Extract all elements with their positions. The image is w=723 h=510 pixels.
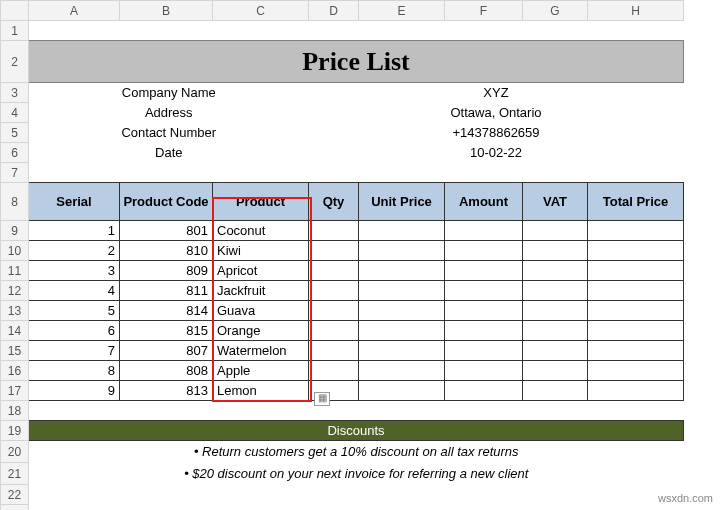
- row-10[interactable]: 10: [1, 241, 29, 261]
- cell-unit[interactable]: [359, 321, 445, 341]
- row-18[interactable]: 18: [1, 401, 29, 421]
- cell-vat[interactable]: [523, 261, 588, 281]
- cell-total[interactable]: [588, 321, 684, 341]
- row-23[interactable]: 23: [1, 505, 29, 511]
- hdr-code[interactable]: Product Code: [120, 183, 213, 221]
- cell-serial[interactable]: 8: [29, 361, 120, 381]
- cell-code[interactable]: 809: [120, 261, 213, 281]
- discounts-header[interactable]: Discounts: [29, 421, 684, 441]
- row-8[interactable]: 8: [1, 183, 29, 221]
- cell-amount[interactable]: [445, 261, 523, 281]
- cell-product[interactable]: Watermelon: [213, 341, 309, 361]
- cell-product[interactable]: Apricot: [213, 261, 309, 281]
- row-5[interactable]: 5: [1, 123, 29, 143]
- cell-total[interactable]: [588, 281, 684, 301]
- row-11[interactable]: 11: [1, 261, 29, 281]
- title-cell[interactable]: Price List: [29, 41, 684, 83]
- cell-total[interactable]: [588, 241, 684, 261]
- cell-qty[interactable]: [309, 301, 359, 321]
- cell-total[interactable]: [588, 361, 684, 381]
- cell-serial[interactable]: 4: [29, 281, 120, 301]
- cell-qty[interactable]: [309, 341, 359, 361]
- discount-line-2[interactable]: • $20 discount on your next invoice for …: [29, 463, 684, 485]
- autofill-options-icon[interactable]: ▦: [314, 392, 330, 406]
- row-17[interactable]: 17: [1, 381, 29, 401]
- cell-code[interactable]: 814: [120, 301, 213, 321]
- cell-unit[interactable]: [359, 281, 445, 301]
- cell-product[interactable]: Apple: [213, 361, 309, 381]
- row-6[interactable]: 6: [1, 143, 29, 163]
- cell-vat[interactable]: [523, 321, 588, 341]
- cell-code[interactable]: 807: [120, 341, 213, 361]
- cell-unit[interactable]: [359, 341, 445, 361]
- cell-code[interactable]: 815: [120, 321, 213, 341]
- cell-total[interactable]: [588, 221, 684, 241]
- cell-product[interactable]: Lemon: [213, 381, 309, 401]
- cell-serial[interactable]: 6: [29, 321, 120, 341]
- cell-amount[interactable]: [445, 381, 523, 401]
- cell-amount[interactable]: [445, 361, 523, 381]
- cell-amount[interactable]: [445, 321, 523, 341]
- cell-qty[interactable]: [309, 221, 359, 241]
- cell-unit[interactable]: [359, 301, 445, 321]
- cell-blank[interactable]: [29, 163, 684, 183]
- cell-qty[interactable]: [309, 321, 359, 341]
- cell-unit[interactable]: [359, 361, 445, 381]
- cell-unit[interactable]: [359, 221, 445, 241]
- row-16[interactable]: 16: [1, 361, 29, 381]
- cell-product[interactable]: Jackfruit: [213, 281, 309, 301]
- cell-blank[interactable]: [29, 21, 684, 41]
- col-A[interactable]: A: [29, 1, 120, 21]
- cell-vat[interactable]: [523, 221, 588, 241]
- cell-blank[interactable]: [29, 401, 684, 421]
- company-name-value[interactable]: XYZ: [309, 83, 684, 103]
- cell-code[interactable]: 810: [120, 241, 213, 261]
- company-name-label[interactable]: Company Name: [29, 83, 309, 103]
- cell-serial[interactable]: 2: [29, 241, 120, 261]
- col-H[interactable]: H: [588, 1, 684, 21]
- cell-qty[interactable]: [309, 241, 359, 261]
- cell-serial[interactable]: 5: [29, 301, 120, 321]
- contact-label[interactable]: Contact Number: [29, 123, 309, 143]
- hdr-vat[interactable]: VAT: [523, 183, 588, 221]
- row-9[interactable]: 9: [1, 221, 29, 241]
- cell-vat[interactable]: [523, 281, 588, 301]
- cell-amount[interactable]: [445, 301, 523, 321]
- hdr-total[interactable]: Total Price: [588, 183, 684, 221]
- hdr-amount[interactable]: Amount: [445, 183, 523, 221]
- address-value[interactable]: Ottawa, Ontario: [309, 103, 684, 123]
- cell-product[interactable]: Orange: [213, 321, 309, 341]
- hdr-qty[interactable]: Qty: [309, 183, 359, 221]
- cell-product[interactable]: Guava: [213, 301, 309, 321]
- cell-vat[interactable]: [523, 381, 588, 401]
- cell-code[interactable]: 801: [120, 221, 213, 241]
- col-F[interactable]: F: [445, 1, 523, 21]
- cell-unit[interactable]: [359, 381, 445, 401]
- date-label[interactable]: Date: [29, 143, 309, 163]
- row-19[interactable]: 19: [1, 421, 29, 441]
- cell-unit[interactable]: [359, 241, 445, 261]
- cell-code[interactable]: 813: [120, 381, 213, 401]
- col-E[interactable]: E: [359, 1, 445, 21]
- cell-vat[interactable]: [523, 341, 588, 361]
- cell-qty[interactable]: [309, 261, 359, 281]
- cell-product[interactable]: Coconut: [213, 221, 309, 241]
- cell-total[interactable]: [588, 381, 684, 401]
- row-15[interactable]: 15: [1, 341, 29, 361]
- row-14[interactable]: 14: [1, 321, 29, 341]
- cell-blank[interactable]: [29, 485, 684, 505]
- cell-amount[interactable]: [445, 221, 523, 241]
- row-4[interactable]: 4: [1, 103, 29, 123]
- cell-serial[interactable]: 7: [29, 341, 120, 361]
- cell-vat[interactable]: [523, 301, 588, 321]
- row-13[interactable]: 13: [1, 301, 29, 321]
- row-22[interactable]: 22: [1, 485, 29, 505]
- col-G[interactable]: G: [523, 1, 588, 21]
- select-all-corner[interactable]: [1, 1, 29, 21]
- cell-code[interactable]: 808: [120, 361, 213, 381]
- cell-qty[interactable]: [309, 281, 359, 301]
- hdr-product[interactable]: Product: [213, 183, 309, 221]
- cell-blank[interactable]: [29, 505, 684, 511]
- cell-qty[interactable]: [309, 361, 359, 381]
- cell-code[interactable]: 811: [120, 281, 213, 301]
